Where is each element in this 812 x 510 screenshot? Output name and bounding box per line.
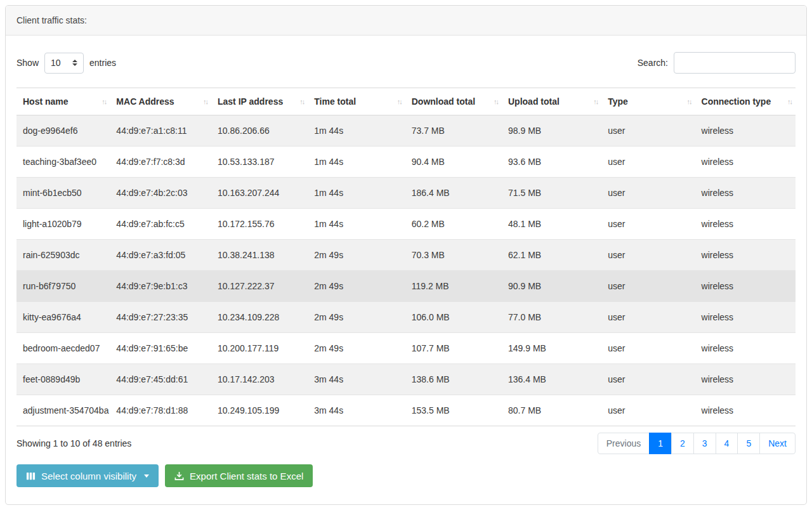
table-cell: 1m 44s (308, 115, 405, 147)
table-cell: user (601, 333, 695, 364)
table-cell: 90.4 MB (405, 147, 502, 178)
table-info: Showing 1 to 10 of 48 entries (16, 438, 131, 448)
client-stats-table: Host name↑↓MAC Address↑↓Last IP address↑… (16, 88, 796, 426)
sort-icon: ↑↓ (299, 98, 304, 105)
table-cell: 1m 44s (308, 147, 405, 178)
table-cell: 44:d9:e7:78:d1:88 (110, 395, 211, 426)
column-header-connection-type[interactable]: Connection type↑↓ (695, 88, 796, 115)
table-cell: 10.234.109.228 (211, 302, 308, 333)
table-row: mint-6b1ecb5044:d9:e7:4b:2c:0310.163.207… (16, 178, 796, 209)
column-header-upload-total[interactable]: Upload total↑↓ (502, 88, 601, 115)
card-body: Show 10 entries Search: Host name↑↓MAC A… (6, 36, 806, 500)
table-cell: 136.4 MB (502, 364, 601, 395)
table-cell: user (601, 115, 695, 147)
page-button-3[interactable]: 3 (693, 433, 716, 454)
page-button-1[interactable]: 1 (649, 433, 672, 454)
table-cell: 107.7 MB (405, 333, 502, 364)
table-row: feet-0889d49b44:d9:e7:45:dd:6110.17.142.… (16, 364, 796, 395)
table-cell: 90.9 MB (502, 271, 601, 302)
column-visibility-label: Select column visibility (41, 471, 136, 481)
search-label: Search: (638, 58, 668, 68)
table-body: dog-e9964ef644:d9:e7:a1:c8:1110.86.206.6… (16, 115, 796, 426)
table-cell: run-b6f79750 (16, 271, 110, 302)
table-cell: 44:d9:e7:27:23:35 (110, 302, 211, 333)
table-cell: 44:d9:e7:f7:c8:3d (110, 147, 211, 178)
table-cell: 10.38.241.138 (211, 240, 308, 271)
show-label: Show (16, 58, 39, 68)
table-cell: 106.0 MB (405, 302, 502, 333)
page-size-select[interactable]: 10 (44, 53, 84, 74)
table-cell: wireless (695, 302, 796, 333)
column-header-label: Type (608, 96, 628, 107)
page-button-previous[interactable]: Previous (598, 433, 650, 454)
table-cell: 3m 44s (308, 364, 405, 395)
sort-icon: ↑↓ (687, 98, 691, 105)
table-cell: 71.5 MB (502, 178, 601, 209)
table-cell: wireless (695, 115, 796, 147)
table-cell: 93.6 MB (502, 147, 601, 178)
table-cell: 10.86.206.66 (211, 115, 308, 147)
table-cell: 80.7 MB (502, 395, 601, 426)
column-header-label: Connection type (702, 96, 771, 107)
page-button-5[interactable]: 5 (737, 433, 760, 454)
table-cell: 119.2 MB (405, 271, 502, 302)
table-cell: 44:d9:e7:ab:fc:c5 (110, 209, 211, 240)
column-header-download-total[interactable]: Download total↑↓ (405, 88, 502, 115)
table-cell: user (601, 271, 695, 302)
export-label: Export Client stats to Excel (190, 471, 303, 481)
column-header-mac-address[interactable]: MAC Address↑↓ (110, 88, 211, 115)
table-cell: 3m 44s (308, 395, 405, 426)
table-cell: wireless (695, 395, 796, 426)
column-header-time-total[interactable]: Time total↑↓ (308, 88, 405, 115)
table-row: bedroom-aecded0744:d9:e7:91:65:be10.200.… (16, 333, 796, 364)
table-cell: 1m 44s (308, 209, 405, 240)
download-icon (174, 471, 184, 481)
table-cell: 2m 49s (308, 271, 405, 302)
caret-down-icon (144, 474, 149, 478)
table-cell: 186.4 MB (405, 178, 502, 209)
table-cell: 2m 49s (308, 240, 405, 271)
column-header-label: Upload total (508, 96, 560, 107)
table-cell: dog-e9964ef6 (16, 115, 110, 147)
table-cell: 2m 49s (308, 302, 405, 333)
table-cell: 10.53.133.187 (211, 147, 308, 178)
columns-icon (26, 471, 36, 481)
table-cell: wireless (695, 271, 796, 302)
table-row: kitty-ea9676a444:d9:e7:27:23:3510.234.10… (16, 302, 796, 333)
table-cell: teaching-3baf3ee0 (16, 147, 110, 178)
table-cell: 48.1 MB (502, 209, 601, 240)
column-visibility-button[interactable]: Select column visibility (16, 464, 159, 487)
table-cell: 149.9 MB (502, 333, 601, 364)
table-row: light-a1020b7944:d9:e7:ab:fc:c510.172.15… (16, 209, 796, 240)
table-cell: 153.5 MB (405, 395, 502, 426)
export-excel-button[interactable]: Export Client stats to Excel (165, 464, 313, 487)
table-cell: 10.127.222.37 (211, 271, 308, 302)
table-cell: kitty-ea9676a4 (16, 302, 110, 333)
table-cell: 62.1 MB (502, 240, 601, 271)
table-cell: 60.2 MB (405, 209, 502, 240)
table-cell: 1m 44s (308, 178, 405, 209)
table-cell: bedroom-aecded07 (16, 333, 110, 364)
table-cell: 44:d9:e7:91:65:be (110, 333, 211, 364)
search-control: Search: (638, 52, 796, 74)
table-cell: user (601, 147, 695, 178)
table-cell: wireless (695, 240, 796, 271)
column-header-host-name[interactable]: Host name↑↓ (16, 88, 110, 115)
column-header-type[interactable]: Type↑↓ (601, 88, 695, 115)
table-cell: wireless (695, 209, 796, 240)
table-cell: 10.200.177.119 (211, 333, 308, 364)
table-cell: mint-6b1ecb50 (16, 178, 110, 209)
page-length-control: Show 10 entries (16, 53, 116, 74)
column-header-label: Download total (412, 96, 475, 107)
page-button-next[interactable]: Next (759, 433, 796, 454)
table-footer: Showing 1 to 10 of 48 entries Previous12… (16, 433, 796, 454)
table-cell: adjustment-354704ba (16, 395, 110, 426)
column-header-last-ip-address[interactable]: Last IP address↑↓ (211, 88, 308, 115)
table-cell: 98.9 MB (502, 115, 601, 147)
page-button-4[interactable]: 4 (716, 433, 738, 454)
table-controls: Show 10 entries Search: (16, 52, 796, 74)
table-cell: 10.17.142.203 (211, 364, 308, 395)
table-cell: wireless (695, 333, 796, 364)
page-button-2[interactable]: 2 (671, 433, 694, 454)
search-input[interactable] (674, 52, 796, 74)
